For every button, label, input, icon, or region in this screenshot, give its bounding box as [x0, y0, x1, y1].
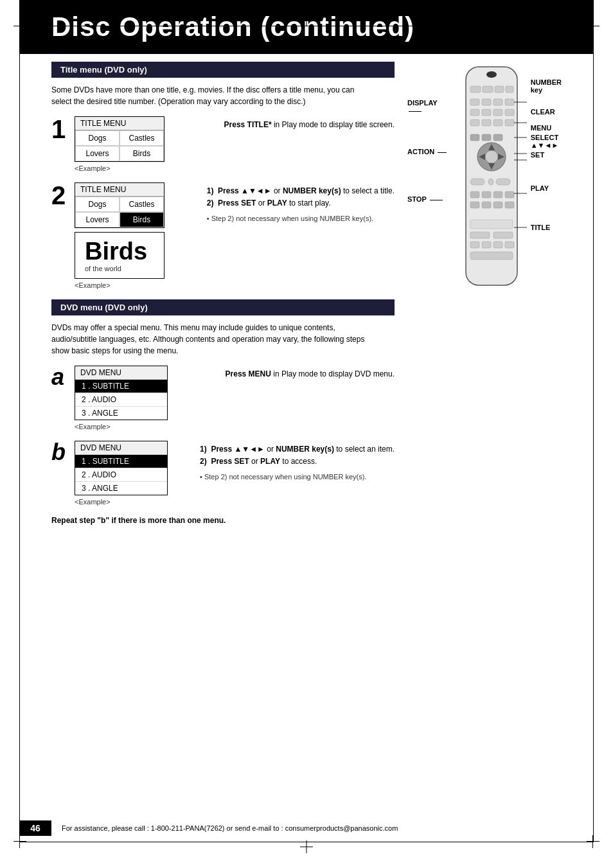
- birds-sub-text: of the world: [85, 265, 121, 272]
- svg-rect-14: [470, 120, 479, 126]
- bottom-center-crosshair: [300, 840, 313, 855]
- svg-rect-38: [470, 220, 513, 229]
- svg-rect-9: [505, 99, 514, 105]
- svg-rect-28: [488, 179, 493, 185]
- svg-rect-17: [505, 120, 514, 126]
- svg-rect-44: [505, 242, 514, 248]
- step1-cell-birds: Birds: [120, 146, 164, 161]
- svg-rect-3: [483, 86, 493, 93]
- svg-rect-27: [470, 179, 484, 185]
- svg-rect-13: [505, 109, 514, 116]
- svg-rect-43: [493, 242, 502, 248]
- svg-point-22: [485, 150, 498, 163]
- footer-assistance-text: For assistance, please call : 1-800-211-…: [51, 824, 398, 832]
- step1-instruction: Press TITLE* in Play mode to display tit…: [224, 116, 395, 131]
- svg-rect-29: [496, 179, 510, 185]
- svg-rect-31: [482, 191, 491, 198]
- page-footer: 46 For assistance, please call : 1-800-2…: [19, 820, 594, 836]
- title-menu-section-heading: Title menu (DVD only): [51, 62, 395, 78]
- svg-rect-37: [505, 202, 514, 208]
- step1-menu-title: TITLE MENU: [75, 117, 164, 130]
- step-1-content: TITLE MENU Dogs Castles Lovers Birds <Ex…: [75, 116, 219, 172]
- remote-svg: [456, 60, 527, 305]
- dvd-menu-intro: DVDs may offer a special menu. This menu…: [51, 322, 373, 357]
- step-1-block: 1 TITLE MENU Dogs Castles Lovers Birds: [51, 116, 395, 172]
- step-b-dvd-menu-title: DVD MENU: [75, 441, 167, 455]
- svg-rect-6: [470, 99, 479, 105]
- svg-rect-16: [493, 120, 502, 126]
- svg-rect-40: [493, 232, 513, 238]
- step-b-press2-bold: 2) Press SET: [200, 457, 249, 466]
- step-b-block: b DVD MENU 1 . SUBTITLE 2 . AUDIO 3 . AN…: [51, 441, 395, 506]
- step-a-press-menu-bold: Press MENU: [226, 369, 271, 378]
- remote-right-labels: NUMBERkey CLEAR MENU SELECT▲▼◄► SET: [531, 60, 562, 240]
- step1-row2: Lovers Birds: [75, 146, 164, 161]
- svg-rect-19: [482, 134, 491, 141]
- step-a-dvd-menu-title: DVD MENU: [75, 366, 167, 380]
- svg-rect-32: [493, 191, 502, 198]
- select-label: SELECT▲▼◄►: [531, 135, 562, 148]
- instructions-column: Title menu (DVD only) Some DVDs have mor…: [51, 54, 401, 533]
- step1-menu-box: TITLE MENU Dogs Castles Lovers Birds: [75, 116, 164, 162]
- step-b-instruction: 1) Press ▲▼◄► or NUMBER key(s) to select…: [200, 441, 395, 483]
- step-b-letter: b: [51, 441, 69, 464]
- remote-with-labels: DISPLAY ACTION STOP: [407, 60, 562, 306]
- number-key-label: NUMBERkey: [531, 69, 562, 103]
- svg-rect-4: [495, 86, 504, 93]
- menu-label: MENU: [531, 121, 562, 135]
- step-b-subtitle: 1 . SUBTITLE: [75, 455, 167, 468]
- step2-example: <Example>: [75, 281, 202, 289]
- step-a-example: <Example>: [75, 423, 220, 430]
- step2-cell-castles: Castles: [120, 197, 164, 212]
- step-1-number: 1: [51, 116, 69, 142]
- step1-example: <Example>: [75, 164, 219, 172]
- step-2-content: TITLE MENU Dogs Castles Lovers Birds Bir…: [75, 182, 202, 289]
- display-label: DISPLAY: [407, 99, 452, 114]
- step2-press2-bold: 2) Press SET: [207, 199, 256, 208]
- svg-rect-5: [506, 86, 513, 93]
- step2-note: • Step 2) not necessary when using NUMBE…: [207, 213, 395, 225]
- step2-cell-birds-highlighted: Birds: [120, 212, 164, 227]
- step1-row1: Dogs Castles: [75, 130, 164, 146]
- step-2-block: 2 TITLE MENU Dogs Castles Lovers Birds: [51, 182, 395, 289]
- page-number: 46: [19, 820, 51, 836]
- svg-rect-15: [482, 120, 491, 126]
- set-label: SET: [531, 148, 562, 162]
- step2-cell-lovers: Lovers: [75, 212, 120, 227]
- main-content: Title menu (DVD only) Some DVDs have mor…: [19, 54, 594, 533]
- step-b-example: <Example>: [75, 498, 195, 506]
- svg-rect-39: [470, 232, 490, 238]
- svg-rect-18: [470, 134, 479, 141]
- title-label: TITLE: [531, 215, 562, 240]
- step-b-angle: 3 . ANGLE: [75, 482, 167, 495]
- birds-display-box: Birds of the world: [75, 232, 164, 279]
- svg-point-1: [486, 71, 497, 78]
- step1-press-title-bold: Press TITLE*: [224, 120, 272, 129]
- svg-rect-7: [482, 99, 491, 105]
- title-menu-intro: Some DVDs have more than one title, e.g.…: [51, 84, 373, 107]
- step-b-content: DVD MENU 1 . SUBTITLE 2 . AUDIO 3 . ANGL…: [75, 441, 195, 506]
- step-a-dvd-menu-box: DVD MENU 1 . SUBTITLE 2 . AUDIO 3 . ANGL…: [75, 366, 168, 420]
- step-a-angle: 3 . ANGLE: [75, 407, 167, 420]
- remote-svg-container: [456, 60, 527, 306]
- svg-rect-11: [482, 109, 491, 116]
- svg-rect-10: [470, 109, 479, 116]
- remote-column: DISPLAY ACTION STOP: [407, 54, 562, 533]
- svg-rect-41: [470, 242, 479, 248]
- action-label: ACTION: [407, 148, 452, 155]
- step1-cell-dogs: Dogs: [75, 130, 120, 146]
- clear-label: CLEAR: [531, 103, 562, 121]
- step2-row2: Lovers Birds: [75, 212, 164, 227]
- svg-rect-45: [470, 252, 513, 260]
- remote-left-labels: DISPLAY ACTION STOP: [407, 60, 452, 203]
- step2-press1-bold: 1) Press ▲▼◄►: [207, 186, 272, 195]
- step-a-instruction: Press MENU in Play mode to display DVD m…: [226, 366, 395, 380]
- page-border-left: [19, 26, 20, 842]
- step2-instruction: 1) Press ▲▼◄► or NUMBER key(s) to select…: [207, 182, 395, 225]
- svg-rect-36: [493, 202, 502, 208]
- svg-rect-35: [482, 202, 491, 208]
- svg-rect-12: [493, 109, 502, 116]
- step2-cell-dogs: Dogs: [75, 197, 120, 212]
- svg-rect-2: [470, 86, 481, 93]
- svg-rect-8: [493, 99, 502, 105]
